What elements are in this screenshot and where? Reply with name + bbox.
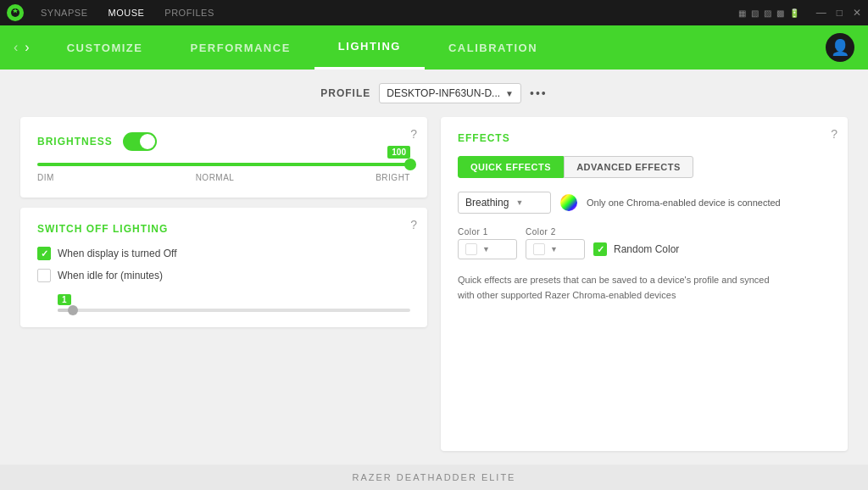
close-button[interactable]: ✕ (853, 7, 861, 19)
color-selection-row: Color 1 ▼ Color 2 ▼ (458, 227, 831, 259)
profile-more-button[interactable]: ••• (530, 86, 548, 100)
panels: ? BRIGHTNESS 100 DIM NORMAL (20, 117, 848, 451)
effect-chevron-icon: ▼ (515, 198, 523, 207)
brightness-slider-thumb[interactable] (404, 159, 416, 170)
idle-row: When idle for (minutes) (37, 269, 410, 282)
color1-group: Color 1 ▼ (458, 227, 517, 259)
right-panel: ? EFFECTS QUICK EFFECTS ADVANCED EFFECTS… (441, 117, 848, 451)
chevron-down-icon: ▼ (505, 89, 514, 98)
nav-tabs: CUSTOMIZE PERFORMANCE LIGHTING CALIBRATI… (43, 25, 826, 70)
brightness-slider-container: 100 DIM NORMAL BRIGHT (37, 163, 410, 182)
idle-checkbox[interactable] (37, 269, 51, 282)
dim-label: DIM (37, 173, 54, 182)
bright-label: BRIGHT (376, 173, 410, 182)
display-off-row: When display is turned Off (37, 247, 410, 260)
color2-group: Color 2 ▼ (526, 227, 585, 259)
maximize-button[interactable]: □ (837, 7, 843, 19)
brightness-slider-fill (37, 163, 410, 166)
color1-picker[interactable]: ▼ (458, 239, 517, 259)
normal-label: NORMAL (196, 173, 235, 182)
color2-chevron-icon: ▼ (550, 245, 558, 253)
color2-picker[interactable]: ▼ (526, 239, 585, 259)
effects-description: Quick effects are presets that can be sa… (458, 273, 780, 303)
color1-chevron-icon: ▼ (482, 245, 490, 253)
profile-avatar[interactable]: 👤 (826, 33, 854, 62)
switch-off-title: SWITCH OFF LIGHTING (37, 223, 410, 235)
tray-icon-2: ▧ (751, 8, 759, 18)
brightness-slider-track[interactable] (37, 163, 410, 166)
tab-quick-effects[interactable]: QUICK EFFECTS (458, 156, 564, 178)
back-arrow-button[interactable]: ‹ (14, 40, 18, 55)
tray-icon-3: ▨ (764, 8, 771, 18)
main-content: PROFILE DESKTOP-INF63UN-D... ▼ ••• ? BRI… (0, 70, 868, 465)
minutes-slider-thumb[interactable] (68, 305, 78, 315)
color1-label: Color 1 (458, 227, 517, 237)
window-controls: — □ ✕ (816, 7, 861, 19)
minimize-button[interactable]: — (816, 7, 826, 19)
battery-icon: 🔋 (789, 8, 799, 18)
tab-calibration[interactable]: CALIBRATION (425, 25, 561, 70)
effect-type-dropdown[interactable]: Breathing ▼ (458, 192, 551, 214)
minutes-slider-container: 1 (37, 291, 410, 312)
tab-advanced-effects[interactable]: ADVANCED EFFECTS (564, 156, 693, 178)
color1-swatch (465, 243, 477, 255)
title-bar-left: SYNAPSE MOUSE PROFILES (7, 4, 214, 21)
brightness-toggle[interactable] (123, 132, 157, 151)
chroma-notice-text: Only one Chroma-enabled device is connec… (587, 198, 781, 208)
svg-point-1 (560, 194, 577, 211)
tray-icon-4: ▩ (776, 8, 784, 18)
minutes-value-badge: 1 (58, 294, 71, 305)
brightness-header: BRIGHTNESS (37, 132, 410, 151)
effects-tabs: QUICK EFFECTS ADVANCED EFFECTS (458, 156, 831, 178)
effect-type-value: Breathing (465, 197, 509, 209)
color2-label: Color 2 (526, 227, 585, 237)
tab-customize[interactable]: CUSTOMIZE (43, 25, 167, 70)
profile-dropdown[interactable]: DESKTOP-INF63UN-D... ▼ (379, 83, 521, 103)
mouse-nav-item[interactable]: MOUSE (108, 8, 144, 18)
switch-off-card: ? SWITCH OFF LIGHTING When display is tu… (20, 208, 427, 327)
footer: RAZER DEATHADDER ELITE (0, 465, 868, 490)
random-color-row: Random Color (593, 242, 679, 256)
brightness-slider-labels: DIM NORMAL BRIGHT (37, 173, 410, 182)
synapse-nav-item[interactable]: SYNAPSE (41, 8, 87, 18)
effects-title: EFFECTS (458, 132, 831, 144)
left-panel: ? BRIGHTNESS 100 DIM NORMAL (20, 117, 427, 451)
idle-label: When idle for (minutes) (58, 270, 163, 281)
color2-swatch (533, 243, 545, 255)
toggle-knob (140, 134, 155, 149)
minutes-slider-track[interactable] (58, 309, 410, 312)
tray-icon-1: ▦ (738, 8, 746, 18)
chroma-icon (559, 193, 578, 212)
effects-help-icon[interactable]: ? (831, 127, 837, 141)
title-bar: SYNAPSE MOUSE PROFILES ▦ ▧ ▨ ▩ 🔋 — □ ✕ (0, 0, 868, 25)
brightness-label: BRIGHTNESS (37, 136, 113, 148)
nav-bar: ‹ › CUSTOMIZE PERFORMANCE LIGHTING CALIB… (0, 25, 868, 70)
effects-card: ? EFFECTS QUICK EFFECTS ADVANCED EFFECTS… (441, 117, 848, 451)
tab-lighting[interactable]: LIGHTING (314, 25, 425, 70)
switch-off-help-icon[interactable]: ? (410, 218, 417, 231)
tab-performance[interactable]: PERFORMANCE (166, 25, 314, 70)
effects-selection-row: Breathing ▼ (458, 192, 831, 214)
footer-device-name: RAZER DEATHADDER ELITE (353, 472, 516, 482)
random-color-checkbox[interactable] (593, 242, 607, 256)
razer-logo-icon (7, 4, 24, 21)
profile-value: DESKTOP-INF63UN-D... (387, 87, 500, 99)
brightness-card: ? BRIGHTNESS 100 DIM NORMAL (20, 117, 427, 198)
nav-arrows: ‹ › (14, 40, 30, 55)
brightness-help-icon[interactable]: ? (410, 127, 417, 141)
display-off-label: When display is turned Off (58, 248, 177, 259)
forward-arrow-button[interactable]: › (25, 40, 29, 55)
random-color-label: Random Color (614, 243, 679, 255)
title-bar-nav: SYNAPSE MOUSE PROFILES (41, 8, 214, 18)
profile-label: PROFILE (320, 87, 370, 99)
display-off-checkbox[interactable] (37, 247, 51, 260)
user-icon: 👤 (831, 38, 849, 57)
profiles-nav-item[interactable]: PROFILES (164, 8, 214, 18)
profile-row: PROFILE DESKTOP-INF63UN-D... ▼ ••• (20, 83, 848, 103)
brightness-value-badge: 100 (387, 146, 410, 159)
system-tray-icons: ▦ ▧ ▨ ▩ 🔋 (738, 8, 799, 18)
